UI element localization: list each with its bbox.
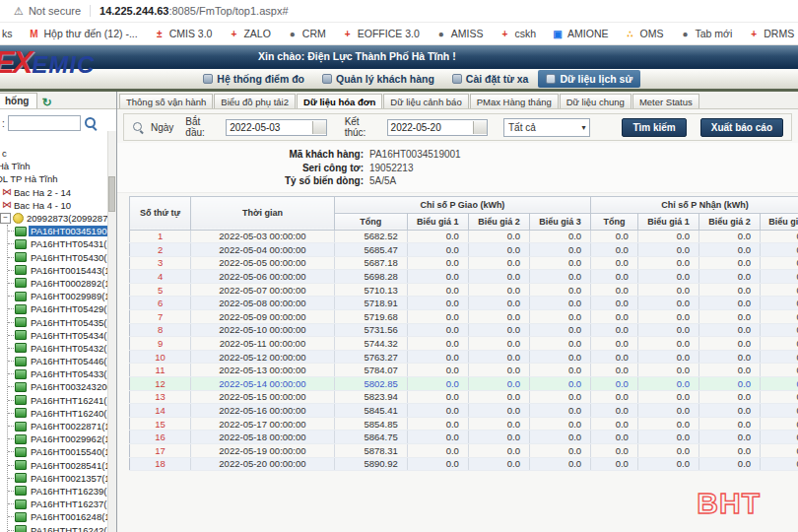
meter-label: PA16HTHT05435(190 — [29, 317, 116, 328]
table-row[interactable]: 12022-05-03 00:00:005682.520.00.00.00.00… — [130, 230, 798, 243]
meter-tree-item[interactable]: PA16HTHT16240(190 — [8, 407, 116, 420]
tree-item[interactable]: ⋈Bac Ha 2 - 14 — [0, 186, 116, 199]
bookmark-item[interactable]: ●Tab mới — [679, 28, 732, 39]
filter-select[interactable]: Tất cả ▾ — [503, 118, 590, 137]
bookmark-item[interactable]: ●AMISS — [435, 28, 484, 39]
tree-item[interactable]: ĐL TP Hà Tĩnh — [0, 172, 116, 185]
search-button[interactable]: Tìm kiếm — [622, 118, 686, 137]
meter-tree-item[interactable]: PA16HT0028541(190 — [8, 459, 116, 472]
end-date-input[interactable]: 2022-05-20 — [387, 119, 488, 136]
tree-item[interactable]: c — [0, 147, 116, 160]
bookmark-item[interactable]: ks — [2, 28, 13, 39]
bookmark-item[interactable]: +cskh — [499, 28, 536, 39]
meter-tree-item[interactable]: PA16HTHT05429(190 — [8, 302, 116, 315]
table-row[interactable]: 142022-05-16 00:00:005845.410.00.00.00.0… — [130, 404, 798, 418]
meter-tree-item[interactable]: PA16HTHT16239(190 — [8, 485, 116, 498]
table-row[interactable]: 132022-05-15 00:00:005823.940.00.00.00.0… — [130, 390, 798, 404]
meter-tree-item[interactable]: PA16HT0021357(190 — [8, 472, 116, 485]
table-row[interactable]: 172022-05-19 00:00:005878.310.00.00.00.0… — [130, 444, 798, 458]
meter-tree-item[interactable]: PA16HTHT05446(190 — [8, 355, 116, 367]
calendar-icon[interactable] — [473, 121, 487, 134]
tab-d-li-u-h-a-n[interactable]: Dữ liệu hóa đơn — [297, 94, 382, 108]
meter-tree-item[interactable]: PA16HTHT05434(190 — [8, 329, 116, 342]
table-row[interactable]: 22022-05-04 00:00:005685.470.00.00.00.00… — [130, 243, 798, 257]
bookmark-item[interactable]: +DRMS — [748, 28, 794, 39]
refresh-icon[interactable]: ↻ — [41, 97, 51, 108]
table-row[interactable]: 162022-05-18 00:00:005864.750.00.00.00.0… — [130, 431, 798, 444]
export-report-button[interactable]: Xuất báo cáo — [700, 118, 783, 137]
tab-d-li-u-c-nh-b-o[interactable]: Dữ liệu cảnh báo — [383, 94, 468, 108]
calendar-icon[interactable] — [312, 121, 326, 134]
subcol-pn-bg3[interactable]: Biểu giá 3 — [761, 213, 798, 230]
cell-value: 0.0 — [407, 337, 468, 351]
subcol-pg-tong[interactable]: Tổng — [334, 213, 407, 230]
bookmark-item[interactable]: +EOFFICE 3.0 — [342, 28, 420, 39]
start-date-input[interactable]: 2022-05-03 — [226, 119, 326, 136]
meter-tree-item[interactable]: PA16HTHT05432(190 — [8, 342, 116, 355]
meter-tree-item[interactable]: PA16HT0034519001(19 — [8, 225, 116, 237]
tree-item[interactable]: ⋈Bac Ha 4 - 10 — [0, 199, 116, 212]
meter-tree-item[interactable]: PA16HTHT05435(190 — [8, 315, 116, 328]
table-row[interactable]: 152022-05-17 00:00:005854.850.00.00.00.0… — [130, 417, 798, 431]
table-row[interactable]: 182022-05-20 00:00:005890.920.00.00.00.0… — [130, 457, 798, 471]
table-row[interactable]: 42022-05-06 00:00:005698.280.00.00.00.00… — [130, 270, 798, 284]
table-row[interactable]: 112022-05-13 00:00:005784.070.00.00.00.0… — [130, 364, 798, 377]
tab-bi-u-ph-t-i2[interactable]: Biểu đồ phụ tải2 — [214, 94, 296, 108]
sidebar-scrollbar[interactable] — [107, 131, 116, 532]
meter-tree-item[interactable]: PA16HT0029989(190 — [8, 290, 116, 302]
bookmark-item[interactable]: ▣AMIONE — [552, 28, 608, 39]
meter-tree-item[interactable]: PA16HT0015443(190 — [8, 264, 116, 277]
subcol-pn-bg2[interactable]: Biểu giá 2 — [698, 213, 760, 230]
menu-item-link[interactable]: Cài đặt từ xa — [444, 70, 537, 88]
sidebar-search-input[interactable] — [8, 115, 81, 131]
tree-item[interactable]: Hà Tĩnh — [0, 160, 116, 172]
cell-time: 2022-05-12 00:00:00 — [191, 350, 335, 364]
meter-tree-item[interactable]: PA16HT0029962(190 — [8, 432, 116, 445]
col-header-time[interactable]: Thời gian — [191, 196, 335, 230]
bookmark-item[interactable]: ±CMIS 3.0 — [154, 28, 213, 39]
subcol-pg-bg3[interactable]: Biểu giá 3 — [530, 213, 591, 230]
meter-tree-item[interactable]: PA16HT0002892(190 — [8, 277, 116, 290]
collapse-icon[interactable]: − — [0, 213, 11, 224]
table-row[interactable]: 52022-05-07 00:00:005710.130.00.00.00.00… — [130, 283, 798, 297]
col-header-stt[interactable]: Số thứ tự — [130, 196, 191, 230]
menu-item-link[interactable]: Quản lý khách hàng — [314, 70, 442, 88]
meter-tree-item[interactable]: PA16HT0022871(190 — [8, 420, 116, 432]
subcol-pn-tong[interactable]: Tổng — [591, 213, 638, 230]
sidebar-tab-he-thong[interactable]: hống — [0, 93, 37, 108]
tree-item[interactable]: −20992873(20992873) — [0, 212, 116, 225]
sidebar-scrollbar-thumb[interactable] — [108, 176, 115, 212]
tab-d-li-u-chung[interactable]: Dữ liệu chung — [560, 94, 632, 108]
meter-tree-item[interactable]: PA16HTHT05433(190 — [8, 367, 116, 380]
tab-pmax-h-ng-th-ng[interactable]: PMax Hàng tháng — [470, 94, 559, 108]
meter-tree-item[interactable]: PA16HTHT16242(190 — [8, 523, 116, 532]
meter-tree-item[interactable]: PA16HT0032432001( — [8, 380, 116, 393]
table-row[interactable]: 92022-05-11 00:00:005744.320.00.00.00.00… — [130, 337, 798, 351]
menu-item-link[interactable]: Hệ thống điểm đo — [195, 70, 312, 88]
cell-value: 5685.47 — [334, 243, 407, 257]
tab-th-ng-s-v-n-h-nh[interactable]: Thông số vận hành — [119, 94, 213, 108]
browser-url-bar[interactable]: ⚠ Not secure 14.225.244.63 :8085/FmTop/t… — [0, 0, 798, 23]
meter-tree-item[interactable]: PA16HTHT05431(190 — [8, 237, 116, 250]
bookmark-item[interactable]: ●CRM — [287, 28, 326, 39]
subcol-pg-bg2[interactable]: Biểu giá 2 — [468, 213, 529, 230]
meter-tree-item[interactable]: PA16HTHT16237(190 — [8, 498, 116, 510]
sidebar-search-icon[interactable] — [84, 116, 98, 130]
table-row[interactable]: 82022-05-10 00:00:005731.560.00.00.00.00… — [130, 323, 798, 337]
table-row[interactable]: 32022-05-05 00:00:005687.180.00.00.00.00… — [130, 256, 798, 270]
menu-item-active[interactable]: Dữ liệu lịch sử — [538, 70, 640, 88]
bookmark-item[interactable]: +ZALO — [228, 28, 270, 39]
bookmark-item[interactable]: MHộp thư đến (12) -... — [29, 28, 138, 39]
subcol-pn-bg1[interactable]: Biểu giá 1 — [637, 213, 698, 230]
meter-tree-item[interactable]: PA16HTHT16241(190 — [8, 394, 116, 407]
table-row[interactable]: 122022-05-14 00:00:005802.850.00.00.00.0… — [130, 377, 798, 391]
table-row[interactable]: 62022-05-08 00:00:005718.910.00.00.00.00… — [130, 297, 798, 310]
table-row[interactable]: 102022-05-12 00:00:005763.270.00.00.00.0… — [130, 350, 798, 364]
table-row[interactable]: 72022-05-09 00:00:005719.680.00.00.00.00… — [130, 310, 798, 324]
subcol-pg-bg1[interactable]: Biểu giá 1 — [407, 213, 468, 230]
meter-tree-item[interactable]: PA16HT0016248(190 — [8, 510, 116, 523]
tab-meter-status[interactable]: Meter Status — [632, 94, 699, 108]
meter-tree-item[interactable]: PA16HTHT05430(190 — [8, 251, 116, 264]
meter-tree-item[interactable]: PA16HT0015540(190 — [8, 445, 116, 458]
bookmark-item[interactable]: ∴OMS — [625, 28, 664, 39]
